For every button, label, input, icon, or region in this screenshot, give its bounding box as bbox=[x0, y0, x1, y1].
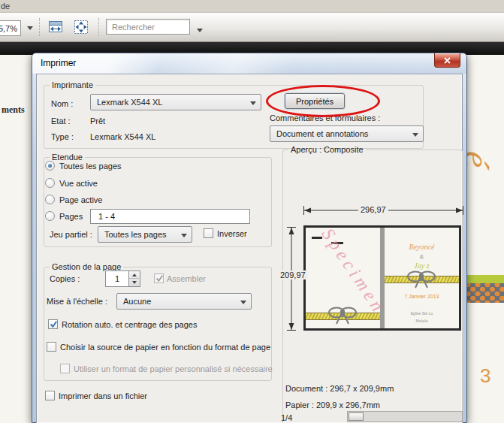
dialog-titlebar[interactable]: Imprimer bbox=[32, 53, 466, 74]
document-page-right: é 3 bbox=[466, 55, 504, 423]
dialog-body: Imprimante Nom : Lexmark X544 XL Proprié… bbox=[36, 74, 463, 423]
scale-value: Aucune bbox=[123, 297, 151, 306]
height-dimension-label: 209,97 bbox=[278, 270, 308, 279]
close-button[interactable] bbox=[434, 53, 460, 68]
printer-status-value: Prêt bbox=[90, 116, 105, 125]
subset-value: Toutes les pages bbox=[104, 230, 167, 239]
fit-page-icon bbox=[73, 19, 89, 35]
stepper-up-button[interactable] bbox=[129, 271, 139, 279]
copies-input[interactable]: 1 bbox=[105, 270, 129, 287]
printer-name-value: Lexmark X544 XL bbox=[97, 98, 162, 107]
zoom-level-input[interactable]: 5,7% bbox=[0, 20, 21, 36]
menu-bar: de bbox=[0, 0, 504, 13]
fit-width-button[interactable] bbox=[46, 17, 65, 37]
menu-fragment: de bbox=[1, 2, 10, 11]
dropdown-arrow-icon bbox=[181, 234, 187, 237]
printer-name-select[interactable]: Lexmark X544 XL bbox=[90, 94, 261, 110]
document-page-left: ments bbox=[0, 55, 32, 423]
search-dropdown-arrow-icon[interactable] bbox=[197, 29, 203, 32]
copies-value: 1 bbox=[115, 274, 119, 283]
fit-width-icon bbox=[47, 19, 64, 35]
print-to-file-label: Imprimer dans un fichier bbox=[59, 391, 147, 400]
radio-pages-label: Pages bbox=[59, 212, 83, 221]
document-text-fragment: ments bbox=[2, 104, 25, 116]
print-to-file-checkbox[interactable] bbox=[45, 391, 55, 400]
copies-stepper bbox=[129, 270, 140, 287]
copies-label: Copies : bbox=[50, 274, 80, 283]
search-input[interactable]: Rechercher bbox=[106, 19, 190, 35]
collate-checkbox[interactable] bbox=[154, 273, 164, 283]
radio-current-view[interactable] bbox=[45, 178, 55, 188]
printer-type-label: Type : bbox=[51, 132, 74, 141]
custom-paper-checkbox[interactable] bbox=[60, 364, 70, 373]
invite-date: 7 Janvier 2013 bbox=[385, 294, 459, 299]
toolbar: 5,7% Rechercher bbox=[0, 13, 504, 42]
pages-range-input[interactable]: 1 - 4 bbox=[90, 209, 250, 224]
preview-page-scrollbar[interactable] bbox=[347, 411, 463, 422]
dropdown-arrow-icon bbox=[240, 301, 246, 304]
zoom-level-value: 5,7% bbox=[0, 24, 17, 33]
pages-range-value: 1 - 4 bbox=[98, 212, 115, 221]
check-icon bbox=[155, 273, 164, 283]
document-ribbon-green bbox=[466, 275, 504, 283]
scrollbar-thumb[interactable] bbox=[349, 412, 364, 421]
autorotate-label: Rotation auto. et centrage des pages bbox=[62, 320, 197, 329]
subset-select[interactable]: Toutes les pages bbox=[98, 226, 192, 243]
radio-current-page[interactable] bbox=[45, 195, 55, 204]
document-size-label: Document : 296,7 x 209,9mm bbox=[285, 384, 394, 393]
collate-label: Assembler bbox=[167, 274, 206, 283]
printer-group-label: Imprimante bbox=[50, 80, 95, 89]
bow-icon bbox=[327, 304, 358, 325]
printer-type-value: Lexmark X544 XL bbox=[90, 132, 155, 141]
reverse-checkbox[interactable] bbox=[204, 228, 213, 238]
page-indicator: 1/4 bbox=[281, 413, 292, 422]
width-dimension-label: 296,97 bbox=[358, 205, 388, 214]
paper-source-checkbox[interactable] bbox=[47, 342, 56, 352]
search-placeholder: Rechercher bbox=[112, 23, 155, 32]
print-dialog: Imprimer Imprimante Nom : Lexmark X544 X… bbox=[32, 53, 467, 423]
radio-current-view-label: Vue active bbox=[59, 179, 98, 188]
scale-label: Mise à l'échelle : bbox=[47, 297, 107, 306]
radio-all-pages[interactable] bbox=[45, 161, 55, 171]
close-icon bbox=[443, 57, 451, 64]
document-number: 3 bbox=[480, 364, 490, 388]
comments-value: Document et annotations bbox=[276, 129, 368, 138]
radio-all-pages-label: Toutes les pages bbox=[59, 162, 122, 171]
invite-venue: Eglise Ste Lu bbox=[385, 311, 459, 316]
dropdown-arrow-icon bbox=[250, 101, 256, 105]
custom-paper-label: Utiliser un format de papier personnalis… bbox=[74, 364, 273, 373]
radio-dot bbox=[48, 164, 52, 168]
invite-name1: Beyoncé bbox=[385, 243, 459, 251]
paper-source-label: Choisir la source de papier en fonction … bbox=[60, 343, 270, 352]
stepper-down-button[interactable] bbox=[129, 279, 139, 286]
comments-select[interactable]: Document et annotations bbox=[270, 125, 424, 142]
radio-current-page-label: Page active bbox=[59, 195, 102, 204]
printer-status-label: Etat : bbox=[51, 116, 71, 125]
annotation-ellipse bbox=[266, 85, 380, 117]
zoom-dropdown-arrow-icon[interactable] bbox=[27, 26, 33, 30]
toolbar-separator bbox=[98, 18, 99, 36]
spinner-down-icon bbox=[132, 281, 137, 284]
toolbar-separator bbox=[39, 18, 40, 36]
paper-size-label: Papier : 209,9 x 296,7mm bbox=[285, 400, 380, 409]
scale-select[interactable]: Aucune bbox=[116, 293, 252, 310]
document-ribbon-dots bbox=[466, 283, 504, 303]
invite-amp: & bbox=[385, 253, 459, 260]
fit-page-button[interactable] bbox=[71, 17, 91, 37]
invite-venue2: Mckele bbox=[385, 319, 459, 323]
check-icon bbox=[49, 319, 59, 329]
preview-group-label: Aperçu : Composite bbox=[288, 145, 366, 154]
print-preview: Beyoncé & Jay z 7 Janvier 2013 Eglise St… bbox=[303, 225, 461, 331]
spinner-up-icon bbox=[132, 273, 137, 276]
range-group-label: Etendue bbox=[50, 153, 85, 162]
dropdown-arrow-icon bbox=[412, 133, 418, 137]
bow-icon bbox=[406, 268, 437, 289]
dialog-title: Imprimer bbox=[41, 58, 76, 68]
reverse-label: Inverser bbox=[217, 229, 247, 238]
radio-pages[interactable] bbox=[45, 211, 55, 221]
printer-name-label: Nom : bbox=[51, 99, 73, 108]
autorotate-checkbox[interactable] bbox=[48, 319, 58, 329]
subset-label: Jeu partiel : bbox=[50, 230, 92, 239]
